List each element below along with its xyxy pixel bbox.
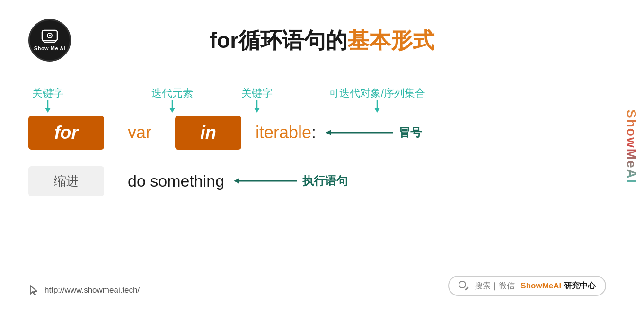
var-text: var	[104, 123, 175, 143]
url-area: http://www.showmeai.tech/	[28, 285, 140, 296]
page-title: for循环语句的基本形式	[0, 26, 644, 55]
svg-marker-11	[254, 108, 260, 113]
search-brand: ShowMeAI 研究中心	[520, 280, 596, 291]
indent-row: 缩进 do something 执行语句	[24, 162, 620, 200]
title-black: for循环语句的	[210, 28, 347, 53]
svg-marker-18	[30, 286, 37, 295]
colon-label: 冒号	[399, 125, 422, 140]
do-something-section: do something 执行语句	[128, 172, 348, 190]
search-box[interactable]: 搜索｜微信 ShowMeAI 研究中心	[448, 276, 606, 296]
for-keyword-box: for	[28, 116, 104, 150]
diagram: 关键字 迭代元素 关键字 可迭代对象/序列集合	[24, 73, 620, 200]
label-keyword1: 关键字	[32, 86, 63, 114]
search-divider: 搜索｜微信	[475, 280, 515, 291]
do-something-text: do something	[128, 172, 224, 190]
svg-marker-17	[234, 178, 239, 184]
in-keyword-box: in	[175, 116, 241, 150]
search-icon	[459, 281, 469, 291]
iterable-section: iterable : 冒号	[256, 123, 422, 143]
arrow-down-3	[252, 100, 262, 114]
code-row: for var in iterable : 冒号	[24, 114, 620, 152]
arrow-down-1	[43, 100, 53, 114]
iterable-text: iterable	[256, 123, 311, 143]
arrow-left-exec	[233, 177, 297, 185]
exec-arrow: 执行语句	[233, 173, 348, 188]
exec-label: 执行语句	[302, 173, 348, 188]
cursor-icon	[28, 285, 40, 296]
arrow-down-4	[372, 100, 382, 114]
label-keyword2: 关键字	[241, 86, 273, 114]
colon-text: :	[311, 123, 316, 143]
watermark: ShowMeAI	[622, 66, 640, 227]
url-text: http://www.showmeai.tech/	[44, 286, 140, 295]
arrow-left-line	[325, 129, 393, 136]
svg-marker-15	[326, 130, 331, 135]
label-iterable: 可迭代对象/序列集合	[329, 86, 425, 114]
arrow-down-2	[168, 100, 177, 114]
indent-box: 缩进	[28, 166, 104, 196]
label-iterate: 迭代元素	[151, 86, 193, 114]
svg-marker-9	[169, 108, 175, 113]
svg-marker-13	[374, 108, 380, 113]
title-orange: 基本形式	[347, 28, 434, 53]
colon-arrow: 冒号	[325, 125, 422, 140]
svg-marker-7	[45, 108, 51, 113]
